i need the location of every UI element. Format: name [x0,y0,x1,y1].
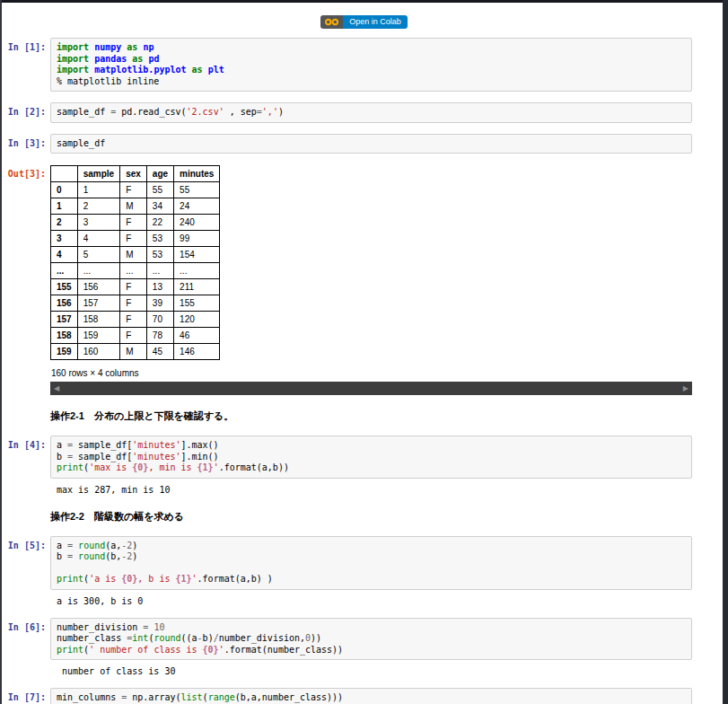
horizontal-scrollbar[interactable]: ◀▶ [50,382,692,395]
notebook-cell: In [6]:number_division = 10number_class … [4,618,728,678]
cell-content-area: min_columns = np.array(list(range(b,a,nu… [50,688,692,704]
code-token: 'a is [89,574,121,584]
table-cell: 5 [77,247,119,263]
table-cell: 99 [174,231,220,247]
code-token: pd [148,54,159,64]
code-token: b [57,452,67,462]
code-line [57,563,686,575]
row-index: 4 [51,247,78,263]
badge-container: Open in Colab [0,0,728,38]
code-input-area[interactable]: sample_df [50,134,692,154]
table-row: ............... [51,263,220,279]
column-header [51,166,78,182]
dataframe-table: samplesexageminutes01F555512M342423F2224… [50,165,220,360]
row-index: 1 [51,198,78,215]
row-index: 155 [51,279,78,295]
code-token: )) [311,633,321,643]
code-token: print [57,462,83,472]
code-token: 'minutes' [132,440,180,450]
input-prompt: In [6]: [4,618,46,632]
cell-content-area: number_division = 10number_class =int(ro… [50,618,692,678]
code-token: ) [278,107,284,117]
code-token: round [78,541,105,550]
code-token: np.array( [127,692,180,702]
code-input-area[interactable]: number_division = 10number_class =int(ro… [50,618,692,661]
code-token: ',' [262,107,278,117]
column-header: sample [77,166,119,182]
table-cell: 2 [77,198,119,215]
code-line: a = round(a,-2) [57,541,686,552]
notebook-cell: 操作2-1 分布の上限と下限を確認する。 [4,409,728,423]
notebook-cell: In [5]:a = round(a,-2)b = round(b,-2) pr… [4,536,728,607]
input-prompt: In [5]: [4,536,46,550]
code-line: import numpy as np [57,42,686,54]
open-in-colab-label: Open in Colab [343,15,408,29]
open-in-colab-badge[interactable]: Open in Colab [320,15,408,29]
code-input-area[interactable]: a = sample_df['minutes'].max()b = sample… [50,436,692,479]
code-input-area[interactable]: a = round(a,-2)b = round(b,-2) print('a … [50,536,692,590]
table-row: 158159F7846 [51,328,220,344]
code-token: ' number of class is [89,645,202,655]
code-token: round [153,633,180,643]
code-token: (b,a,number_class))) [235,692,343,702]
code-token: .format(number_class)) [224,645,343,655]
table-cell: 154 [174,247,220,263]
code-input-area[interactable]: min_columns = np.array(list(range(b,a,nu… [50,688,692,704]
table-cell: 120 [174,312,220,328]
scroll-right-icon[interactable]: ▶ [683,382,689,395]
table-cell: ... [174,263,220,279]
cell-output-text: max is 287, min is 10 [51,485,692,496]
input-prompt: In [7]: [4,688,46,702]
code-token: ].min() [181,452,219,462]
table-cell: 24 [174,198,220,215]
table-summary: 160 rows × 4 columns [51,368,692,378]
code-token: round [78,551,105,561]
cell-output-text: number of class is 30 [51,666,692,677]
code-token: 10 [153,622,164,632]
code-line: print('max is {0}, min is {1}'.format(a,… [57,462,686,474]
table-cell: ... [77,263,119,279]
notebook-cell: 操作2-2 階級数の幅を求める [4,510,728,524]
code-input-area[interactable]: sample_df = pd.read_csv('2.csv' , sep=',… [50,102,692,123]
code-token: number_division, [219,633,305,643]
table-cell: 53 [146,247,173,263]
cell-content-area: a = sample_df['minutes'].max()b = sample… [50,436,692,496]
code-token: sample_df [57,107,110,117]
table-cell: 70 [146,312,173,328]
table-row: 23F22240 [51,215,220,231]
code-token: print [57,645,83,655]
code-token: ) [132,551,137,561]
code-token: matplotlib.pyplot [94,65,186,75]
window-top-border [0,0,728,3]
section-heading: 操作2-2 階級数の幅を求める [50,510,692,524]
table-cell: 39 [146,295,173,312]
code-line: number_class =int(round((a-b)/number_div… [57,633,686,645]
code-token: sample_df[ [73,440,132,450]
code-token: 'max is [89,462,132,472]
table-cell: F [120,231,147,247]
table-cell: 211 [174,279,220,295]
scroll-left-icon[interactable]: ◀ [54,382,59,395]
row-index: ... [51,263,78,279]
vertical-scrollbar-track[interactable] [723,0,728,704]
cell-content-area: a = round(a,-2)b = round(b,-2) print('a … [50,536,692,607]
code-line: import matplotlib.pyplot as plt [57,65,686,76]
table-cell: 159 [77,328,119,344]
code-token: numpy [94,42,121,52]
table-cell: F [120,182,147,198]
table-cell: 160 [77,344,119,360]
code-token: a [57,541,67,550]
code-token: sample_df[ [73,452,132,462]
notebook-cell: In [3]:sample_df [4,134,728,154]
row-index: 159 [51,344,78,360]
code-line: print('a is {0}, b is {1}'.format(a,b) ) [57,574,686,585]
table-header: samplesexageminutes [51,166,220,182]
code-token: pandas [94,54,127,64]
table-body: 01F555512M342423F2224034F539945M53154...… [51,182,220,360]
code-input-area[interactable]: import numpy as npimport pandas as pdimp… [50,38,692,92]
code-token: as [192,65,203,75]
code-line: number_division = 10 [57,622,686,634]
table-row: 12M3424 [51,198,220,215]
table-cell: 55 [146,182,173,198]
table-cell: F [120,295,147,312]
